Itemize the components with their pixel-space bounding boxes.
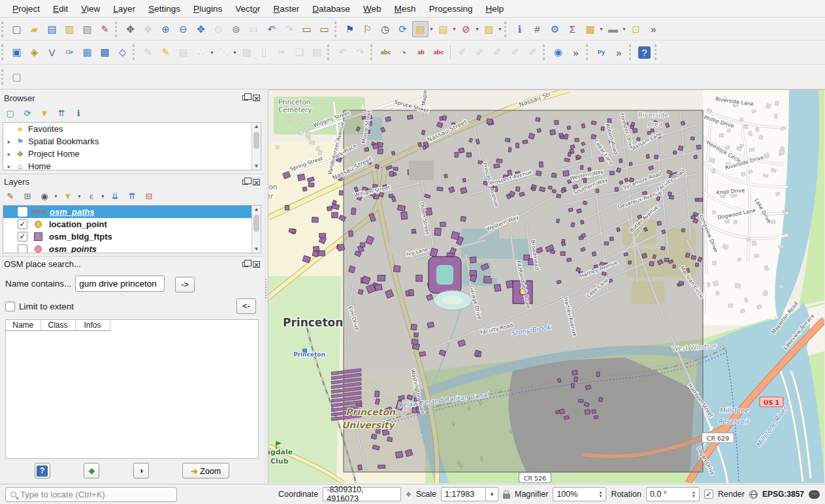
select-by-polygon-icon[interactable]: ▢ bbox=[8, 69, 25, 85]
project-properties-icon[interactable]: ▥ bbox=[61, 21, 78, 37]
zoom-last-icon[interactable]: ↶ bbox=[263, 21, 280, 37]
map-tips-icon[interactable]: ⊡ bbox=[628, 21, 644, 37]
show-layout-manager-icon[interactable]: ▭ bbox=[316, 21, 332, 37]
search-close-icon[interactable]: ✕ bbox=[253, 261, 260, 268]
help-contents-icon[interactable]: ? bbox=[636, 44, 653, 61]
search-go-button[interactable]: -> bbox=[175, 277, 195, 292]
menu-edit[interactable]: Edit bbox=[47, 1, 74, 16]
map-canvas[interactable]: PrincetonCemeteryPrincetonCenterPrinceto… bbox=[268, 89, 825, 483]
expand-icon[interactable]: ▸ bbox=[6, 163, 12, 170]
measure-icon[interactable]: ▬ bbox=[605, 21, 621, 37]
column-class[interactable]: Class bbox=[40, 320, 75, 331]
manage-map-themes-icon[interactable]: ◉ bbox=[37, 189, 52, 203]
locate-input[interactable]: Type to locate (Ctrl+K) bbox=[5, 487, 177, 502]
save-project-icon[interactable]: ▤ bbox=[44, 21, 60, 37]
select-by-rectangle-dropdown-icon[interactable]: ▼ bbox=[429, 27, 434, 31]
new-mesh-layer-icon[interactable]: ▩ bbox=[97, 44, 113, 61]
select-by-value-icon[interactable]: ▤ bbox=[435, 21, 451, 37]
pan-map-icon[interactable]: ✥ bbox=[122, 21, 138, 37]
crs-globe-icon[interactable] bbox=[749, 490, 758, 499]
layers-float-icon[interactable] bbox=[242, 180, 248, 185]
menu-processing[interactable]: Processing bbox=[423, 1, 479, 16]
highlight-labels-icon[interactable]: abc bbox=[430, 44, 447, 61]
menu-database[interactable]: Database bbox=[306, 1, 356, 16]
browser-scrollbar[interactable]: ▲▼ bbox=[251, 123, 261, 170]
rotation-spinner[interactable]: ▲▼ bbox=[689, 490, 696, 498]
add-result-map-layer-button[interactable]: ◈ bbox=[84, 463, 99, 479]
new-project-icon[interactable]: ▢ bbox=[8, 21, 25, 37]
filter-browser-icon[interactable]: ▼ bbox=[37, 106, 52, 120]
render-checkbox[interactable]: ✓ bbox=[704, 490, 713, 499]
search-results-table[interactable]: NameClassInfos bbox=[5, 319, 259, 459]
new-spatial-bookmark-icon[interactable]: ⚑ bbox=[342, 21, 358, 37]
rotation-field[interactable]: 0.0 °▲▼ bbox=[646, 487, 700, 501]
open-layer-styling-icon[interactable]: ✎ bbox=[3, 189, 18, 203]
python-console-icon[interactable]: Py bbox=[593, 44, 609, 61]
layer-item-osm_bldg_ftpts[interactable]: ✓osm_bldg_ftpts bbox=[3, 230, 261, 243]
layer-visibility-checkbox[interactable]: ✓ bbox=[18, 232, 27, 242]
vertex-tool-dropdown-icon[interactable]: ▼ bbox=[232, 50, 238, 55]
expand-icon[interactable]: ▸ bbox=[6, 138, 12, 145]
menu-mesh[interactable]: Mesh bbox=[389, 1, 422, 16]
zoom-in-icon[interactable]: ⊕ bbox=[157, 21, 174, 37]
zoom-button[interactable]: ➔ Zoom bbox=[182, 463, 229, 479]
refresh-map-icon[interactable]: ⟳ bbox=[395, 21, 411, 37]
layer-item-osm_points[interactable]: osm_points bbox=[3, 243, 261, 253]
scale-combo[interactable]: 1:17983▼ bbox=[441, 487, 498, 501]
browser-item-home[interactable]: ▸⌂Home bbox=[3, 160, 261, 170]
new-memory-layer-icon[interactable]: ▦ bbox=[79, 44, 95, 61]
browser-properties-icon[interactable]: ℹ bbox=[71, 106, 86, 120]
menu-plugins[interactable]: Plugins bbox=[187, 1, 228, 16]
layers-close-icon[interactable]: ✕ bbox=[253, 179, 260, 185]
pin-labels-icon[interactable]: ab bbox=[413, 44, 429, 61]
menu-raster[interactable]: Raster bbox=[268, 1, 306, 16]
browser-item-favorites[interactable]: ★Favorites bbox=[3, 123, 261, 135]
magnifier-spinner[interactable]: ▲▼ bbox=[596, 490, 602, 498]
layer-visibility-checkbox[interactable] bbox=[18, 207, 27, 217]
search-float-icon[interactable] bbox=[242, 262, 248, 267]
menu-web[interactable]: Web bbox=[357, 1, 387, 16]
collapse-all-browser-icon[interactable]: ⇈ bbox=[54, 106, 69, 120]
magnifier-field[interactable]: 100%▲▼ bbox=[553, 487, 606, 501]
zoom-out-icon[interactable]: ⊖ bbox=[175, 21, 191, 37]
search-help-button[interactable]: ? bbox=[35, 463, 50, 479]
metasearch-icon[interactable]: ◉ bbox=[550, 44, 566, 61]
new-virtual-layer-icon[interactable]: ◇ bbox=[114, 44, 131, 61]
remove-layer-icon[interactable]: ⊟ bbox=[142, 189, 156, 203]
add-group-icon[interactable]: ⊞ bbox=[20, 189, 35, 203]
data-source-manager-icon[interactable]: ▣ bbox=[8, 44, 25, 61]
toggle-editing-icon[interactable]: ✎ bbox=[157, 44, 174, 61]
menu-help[interactable]: Help bbox=[479, 1, 510, 16]
filter-legend-dropdown-icon[interactable]: ▼ bbox=[76, 194, 82, 198]
filter-by-expression-dropdown-icon[interactable]: ▼ bbox=[100, 194, 106, 198]
layer-visibility-checkbox[interactable] bbox=[18, 244, 27, 253]
filter-by-expression-icon[interactable]: ε bbox=[84, 189, 99, 203]
new-shapefile-layer-icon[interactable]: V bbox=[44, 44, 60, 61]
search-back-button[interactable]: <- bbox=[236, 298, 256, 314]
zoom-to-layer-icon[interactable]: ⊚ bbox=[228, 21, 244, 37]
layer-diagram-icon[interactable]: ◔ bbox=[395, 44, 412, 61]
menu-view[interactable]: View bbox=[75, 1, 106, 16]
select-by-location-dropdown-icon[interactable]: ▼ bbox=[497, 27, 503, 31]
add-selected-layers-icon[interactable]: ▢ bbox=[3, 106, 18, 120]
select-by-rectangle-icon[interactable]: ▧ bbox=[412, 21, 429, 37]
new-geopackage-layer-icon[interactable]: ◈ bbox=[26, 44, 42, 61]
toolbar-extension-3-icon[interactable]: » bbox=[611, 44, 627, 61]
browser-close-icon[interactable]: ✕ bbox=[253, 95, 260, 101]
new-scratch-layer-icon[interactable]: ✑ bbox=[61, 44, 78, 61]
browser-float-icon[interactable] bbox=[242, 95, 248, 101]
open-project-icon[interactable]: ▰ bbox=[26, 21, 42, 37]
layer-labeling-icon[interactable]: abc bbox=[378, 44, 394, 61]
coordinate-field[interactable]: -8309310, 4916073 bbox=[323, 487, 401, 501]
menu-project[interactable]: Project bbox=[7, 1, 46, 16]
deselect-features-dropdown-icon[interactable]: ▼ bbox=[474, 27, 480, 31]
menu-settings[interactable]: Settings bbox=[142, 1, 186, 16]
layers-list[interactable]: osm_paths✓location_point✓osm_bldg_ftptso… bbox=[3, 205, 261, 253]
limit-to-extent-checkbox[interactable] bbox=[5, 302, 15, 311]
show-statistics-icon[interactable]: Σ bbox=[564, 21, 581, 37]
browser-tree[interactable]: ★Favorites▸⚑Spatial Bookmarks▸❖Project H… bbox=[3, 122, 261, 170]
select-by-location-icon[interactable]: ▨ bbox=[481, 21, 497, 37]
scale-lock-icon[interactable] bbox=[503, 494, 510, 499]
browser-item-project-home[interactable]: ▸❖Project Home bbox=[3, 148, 261, 160]
style-manager-icon[interactable]: ✎ bbox=[97, 21, 113, 37]
